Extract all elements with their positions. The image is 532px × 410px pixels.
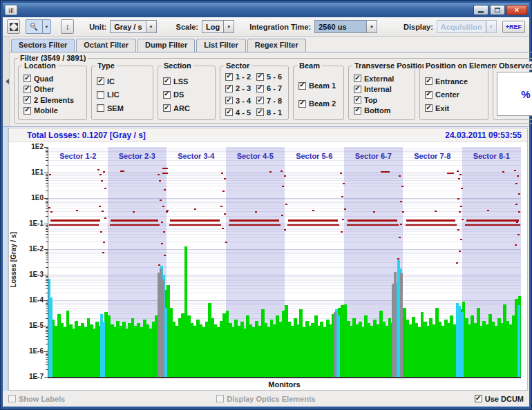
- checkbox-lss[interactable]: ✓LSS: [163, 77, 211, 86]
- checkbox-use-dcum[interactable]: ✓Use DCUM: [475, 395, 524, 403]
- integration-dropdown-arrow[interactable]: ▼: [366, 21, 377, 32]
- checkbox-2-3[interactable]: ✓2 - 3: [225, 84, 254, 92]
- checkbox-external[interactable]: ✓External: [354, 75, 411, 83]
- checkbox-box[interactable]: ✓: [23, 86, 31, 93]
- checkbox-box[interactable]: ✓: [163, 104, 171, 112]
- checkbox-box[interactable]: ✓: [225, 108, 233, 116]
- checkbox-box[interactable]: ✓: [256, 97, 264, 104]
- checkbox-top[interactable]: ✓Top: [354, 96, 411, 104]
- checkbox-box[interactable]: ✓: [354, 86, 361, 93]
- checkbox-box[interactable]: ✓: [354, 75, 361, 82]
- zoom-out-button[interactable]: [26, 19, 42, 34]
- plot-area[interactable]: Sector 1-2Sector 2-3Sector 3-4Sector 4-5…: [48, 147, 521, 378]
- zoom-out-split-button[interactable]: ▼: [26, 19, 51, 34]
- checkbox-box[interactable]: [97, 104, 104, 112]
- scale-dropdown-arrow[interactable]: ▼: [223, 21, 234, 32]
- checkbox-box[interactable]: ✓: [23, 107, 31, 115]
- y-minor-tick: [46, 267, 48, 268]
- checkbox-entrance[interactable]: ✓Entrance: [425, 77, 484, 86]
- checkbox-box[interactable]: ✓: [256, 85, 264, 92]
- checkbox-2-elements[interactable]: ✓2 Elements: [23, 96, 83, 104]
- checkbox-6-7[interactable]: ✓6 - 7: [256, 84, 285, 92]
- maximize-button[interactable]: [490, 5, 505, 15]
- tab-sectors-filter[interactable]: Sectors Filter: [11, 39, 75, 52]
- tab-octant-filter[interactable]: Octant Filter: [76, 39, 136, 52]
- checkbox-lic[interactable]: LIC: [97, 90, 149, 99]
- checkbox-box[interactable]: ✓: [298, 82, 306, 90]
- y-minor-tick: [46, 288, 48, 289]
- checkbox-display-optics-elements[interactable]: Display Optics Elements: [216, 395, 315, 403]
- checkbox-box[interactable]: ✓: [425, 77, 433, 85]
- checkbox-box[interactable]: ✓: [225, 97, 233, 104]
- checkbox-show-labels[interactable]: Show Labels: [8, 395, 65, 403]
- close-button[interactable]: ×: [506, 5, 527, 15]
- checkbox-quad[interactable]: ✓Quad: [23, 75, 83, 83]
- checkbox-box[interactable]: ✓: [97, 77, 104, 85]
- add-reference-button[interactable]: +REF: [502, 21, 525, 33]
- red-loss-dot: [160, 199, 162, 201]
- red-loss-dot: [457, 198, 459, 199]
- checkbox-8-1[interactable]: ✓8 - 1: [256, 108, 285, 117]
- checkbox-box[interactable]: ✓: [163, 77, 171, 85]
- vertical-scale-button[interactable]: ↕: [61, 19, 74, 34]
- checkbox-other[interactable]: ✓Other: [23, 85, 83, 93]
- checkbox-box[interactable]: ✓: [256, 108, 264, 116]
- minimize-button[interactable]: [473, 5, 488, 15]
- checkbox-box[interactable]: ✓: [163, 91, 171, 99]
- red-loss-dot: [402, 211, 404, 213]
- checkbox-1-2[interactable]: ✓1 - 2: [225, 72, 254, 81]
- red-loss-dot: [517, 175, 519, 177]
- checkbox-beam-1[interactable]: ✓Beam 1: [298, 81, 340, 90]
- checkbox-box[interactable]: [8, 395, 16, 402]
- observed-element-box[interactable]: %: [497, 72, 532, 116]
- checkbox-box[interactable]: [216, 395, 224, 402]
- chart-collapse-strip[interactable]: [3, 127, 8, 391]
- checkbox-box[interactable]: ✓: [225, 73, 233, 81]
- checkbox-7-8[interactable]: ✓7 - 8: [256, 97, 285, 105]
- checkbox-box[interactable]: ✓: [23, 75, 31, 82]
- checkbox-arc[interactable]: ✓ARC: [163, 104, 211, 113]
- y-minor-tick: [46, 339, 48, 340]
- checkbox-4-5[interactable]: ✓4 - 5: [225, 108, 254, 117]
- title-bar[interactable]: ×: [3, 3, 529, 17]
- checkbox-sem[interactable]: SEM: [97, 104, 149, 113]
- checkbox-beam-2[interactable]: ✓Beam 2: [298, 99, 340, 108]
- checkbox-box[interactable]: [97, 91, 104, 99]
- checkbox-label: Mobile: [34, 106, 58, 115]
- checkbox-box[interactable]: ✓: [256, 73, 264, 81]
- scale-combobox[interactable]: Log ▼: [202, 20, 234, 33]
- checkbox-internal[interactable]: ✓Internal: [354, 85, 411, 93]
- checkbox-box[interactable]: ✓: [298, 100, 306, 108]
- tab-dump-filter[interactable]: Dump Filter: [137, 39, 195, 52]
- checkbox-box[interactable]: ✓: [23, 96, 31, 104]
- y-minor-tick: [46, 318, 48, 319]
- integration-time-combobox[interactable]: 2560 us ▼: [314, 20, 377, 33]
- checkbox-box[interactable]: ✓: [425, 91, 433, 99]
- checkbox-box[interactable]: ✓: [354, 107, 361, 115]
- checkbox-3-4[interactable]: ✓3 - 4: [225, 97, 254, 105]
- tab-regex-filter[interactable]: Regex Filter: [247, 39, 306, 52]
- app-icon[interactable]: [5, 5, 17, 15]
- checkbox-ds[interactable]: ✓DS: [163, 90, 211, 99]
- tab-list-filter[interactable]: List Filter: [196, 39, 246, 52]
- unit-combobox[interactable]: Gray / s ▼: [110, 20, 156, 33]
- red-loss-dot: [222, 228, 224, 229]
- checkbox-box[interactable]: ✓: [225, 85, 233, 92]
- fit-view-button[interactable]: [7, 19, 20, 34]
- checkbox-label: Other: [34, 85, 54, 93]
- checkbox-exit[interactable]: ✓Exit: [425, 104, 484, 113]
- checkbox-center[interactable]: ✓Center: [425, 90, 484, 99]
- checkbox-box[interactable]: ✓: [475, 395, 482, 402]
- checkbox-bottom[interactable]: ✓Bottom: [354, 106, 411, 115]
- y-minor-tick: [46, 177, 48, 177]
- gridline: [48, 255, 521, 255]
- checkbox-box[interactable]: ✓: [354, 96, 361, 104]
- checkbox-5-6[interactable]: ✓5 - 6: [256, 72, 285, 81]
- checkbox-box[interactable]: ✓: [425, 104, 433, 112]
- unit-dropdown-arrow[interactable]: ▼: [146, 21, 156, 32]
- zoom-dropdown-arrow[interactable]: ▼: [42, 19, 51, 34]
- scale-label: Scale:: [176, 23, 198, 31]
- checkbox-ic[interactable]: ✓IC: [97, 77, 149, 86]
- filter-collapse-handle[interactable]: [3, 37, 10, 126]
- checkbox-mobile[interactable]: ✓Mobile: [23, 106, 83, 115]
